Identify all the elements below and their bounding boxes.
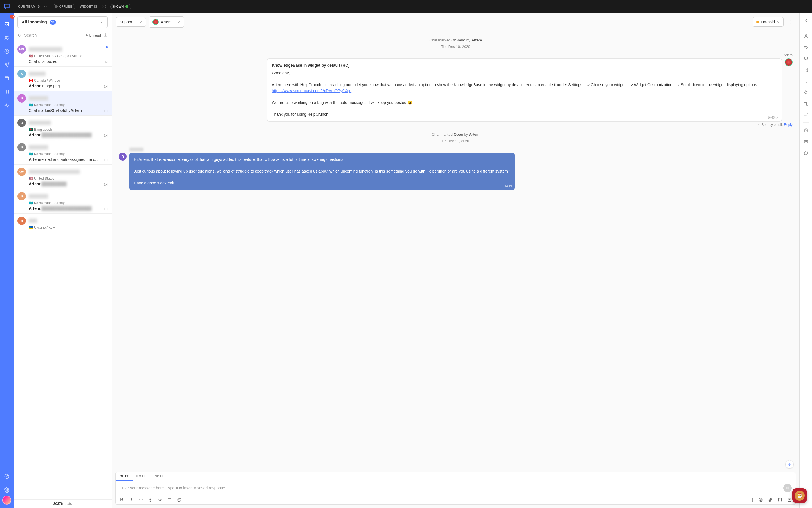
more-menu-button[interactable] — [786, 17, 796, 27]
flag-icon: 🇧🇩 — [29, 128, 33, 131]
widget-status-toggle[interactable]: SHOWN — [110, 4, 131, 9]
link-button[interactable] — [148, 497, 153, 503]
collapse-icon[interactable] — [801, 16, 811, 25]
conversation-item[interactable]: Э███████🇰🇿 Kazakhstan / AlmatyArtem repl… — [13, 140, 112, 164]
search-input[interactable] — [24, 31, 83, 39]
login-icon[interactable] — [801, 65, 811, 75]
system-message: Chat marked Open by Artem — [119, 132, 793, 136]
conversation-count-footer: 20376 chats — [13, 499, 112, 508]
message-time: 14:19 — [505, 184, 512, 188]
help-button[interactable] — [177, 497, 182, 503]
recent-icon[interactable] — [1, 46, 12, 57]
help-circle-icon[interactable]: ? — [102, 4, 106, 8]
chevron-down-icon — [177, 20, 180, 24]
feedback-icon[interactable] — [801, 148, 811, 158]
tab-note[interactable]: NOTE — [150, 472, 168, 481]
message-bubble: Hi Artem, that is awesome, very cool tha… — [130, 153, 515, 190]
conversation-item[interactable]: S██████🇨🇦 Canada / WindsorArtem: image.p… — [13, 67, 112, 91]
topbar: OUR TEAM IS ? OFFLINE WIDGET IS ? SHOWN — [13, 0, 812, 13]
italic-button[interactable]: I — [129, 497, 134, 503]
conversation-item[interactable]: Э███████🇰🇿 Kazakhstan / AlmatyArtem: ███… — [13, 189, 112, 213]
conversation-item[interactable]: MG████████████🇺🇸 United States / Georgia… — [13, 42, 112, 67]
chat-status-select[interactable]: On-hold — [753, 17, 783, 27]
scroll-down-button[interactable] — [785, 460, 794, 469]
mail-icon[interactable] — [801, 137, 811, 146]
team-status-toggle[interactable]: OFFLINE — [53, 4, 76, 9]
user-avatar[interactable] — [2, 496, 11, 505]
send-icon[interactable] — [1, 59, 12, 71]
convo-time: 1H — [104, 109, 108, 113]
kb-button[interactable] — [777, 497, 783, 503]
help-icon[interactable] — [1, 471, 12, 482]
team-status-label: OUR TEAM IS — [18, 5, 40, 8]
bold-button[interactable]: B — [119, 497, 125, 503]
quote-button[interactable] — [157, 497, 163, 503]
checklist-icon[interactable] — [801, 110, 811, 120]
svg-rect-3 — [5, 77, 8, 80]
inbox-badge: 13 — [10, 15, 15, 18]
system-message: Chat marked On-hold by Artem — [119, 38, 793, 42]
unread-dot — [106, 46, 108, 48]
conversation-item[interactable]: QV██████████ ████████🇺🇸 United StatesArt… — [13, 164, 112, 189]
message-bubble: KnowledgeBase in widget by default (HC) … — [267, 58, 782, 122]
window-icon[interactable] — [1, 73, 12, 84]
help-circle-icon[interactable]: ? — [44, 4, 48, 8]
devices-icon[interactable] — [801, 99, 811, 109]
contacts-icon[interactable] — [1, 32, 12, 43]
filter-dropdown[interactable]: All incoming 11 — [17, 16, 108, 28]
svg-point-0 — [5, 36, 7, 37]
block-icon[interactable] — [801, 126, 811, 135]
template-button[interactable] — [787, 497, 792, 503]
settings-icon[interactable] — [1, 484, 12, 496]
profile-icon[interactable] — [801, 31, 811, 41]
flag-icon: 🇺🇦 — [29, 225, 33, 229]
avatar: Э — [17, 192, 26, 201]
tab-chat[interactable]: CHAT — [115, 472, 133, 481]
agent-select[interactable]: Artem — [149, 16, 184, 28]
code-button[interactable] — [138, 497, 144, 503]
chat-body: Chat marked On-hold by Artem Thu Dec 10,… — [112, 31, 799, 508]
chat-widget-launcher[interactable]: 🎅 — [792, 488, 807, 503]
gear-icon[interactable] — [103, 33, 108, 37]
message-link[interactable]: https://www.screencast.com/t/xDAmOPy9Xqu — [272, 88, 351, 93]
app-logo[interactable] — [0, 0, 13, 13]
avatar: Э — [17, 143, 26, 152]
conversation-item[interactable]: И███🇺🇦 Ukraine / Kyiv — [13, 213, 112, 234]
reply-link[interactable]: Reply — [784, 123, 793, 127]
email-icon — [757, 123, 760, 126]
message-title: KnowledgeBase in widget by default (HC) — [272, 62, 777, 69]
inbox-icon[interactable] — [1, 18, 12, 30]
svg-point-16 — [805, 46, 805, 47]
message-meta: Sent by email. Reply — [757, 123, 793, 127]
svg-point-9 — [791, 22, 791, 22]
convo-time: 1H — [104, 85, 108, 88]
integration-icon[interactable] — [801, 88, 811, 97]
variable-button[interactable]: { } — [749, 497, 754, 503]
message-input[interactable] — [120, 486, 783, 490]
message-author: ████ — [130, 147, 143, 152]
composer: CHAT EMAIL NOTE B I — [115, 472, 796, 505]
emoji-button[interactable] — [758, 497, 764, 503]
department-select[interactable]: Support — [116, 17, 146, 27]
conversation-item[interactable]: Э███████🇰🇿 Kazakhstan / AlmatyChat marke… — [13, 91, 112, 116]
activity-icon[interactable] — [1, 100, 12, 111]
message-time: 16:45 — [768, 116, 779, 120]
message-author: Artem — [783, 53, 793, 57]
send-button[interactable] — [783, 484, 792, 492]
svg-point-8 — [791, 20, 791, 21]
chat-icon[interactable] — [801, 54, 811, 64]
chat-header: Support Artem On-hold — [112, 13, 799, 31]
composer-tabs: CHAT EMAIL NOTE — [115, 472, 796, 481]
tab-email[interactable]: EMAIL — [133, 472, 151, 481]
convo-time: 1H — [104, 158, 108, 162]
filter-icon[interactable] — [801, 76, 811, 86]
tag-icon[interactable] — [801, 43, 811, 52]
knowledgebase-icon[interactable] — [1, 86, 12, 97]
conversation-item[interactable]: O████████🇧🇩 BangladeshArtem: ███████████… — [13, 116, 112, 140]
detail-rail — [800, 13, 812, 508]
status-dot-shown — [126, 5, 128, 8]
unread-filter[interactable]: Unread — [86, 33, 101, 37]
attach-button[interactable] — [768, 497, 773, 503]
svg-rect-14 — [788, 499, 791, 502]
align-button[interactable] — [167, 497, 173, 503]
